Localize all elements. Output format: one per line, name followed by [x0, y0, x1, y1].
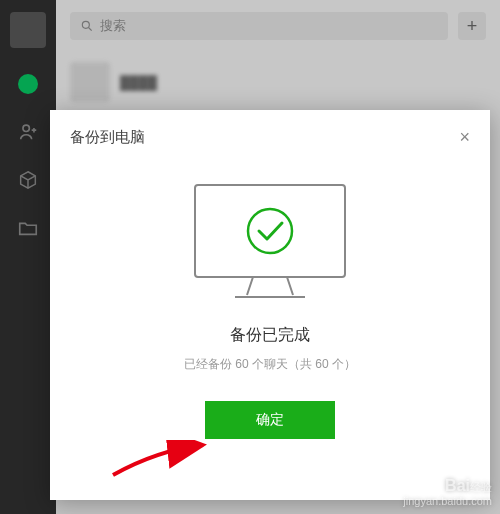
confirm-button[interactable]: 确定: [205, 401, 335, 439]
svg-rect-3: [195, 185, 345, 277]
modal-body: 备份已完成 已经备份 60 个聊天（共 60 个） 确定: [50, 147, 490, 500]
svg-point-5: [248, 209, 292, 253]
confirm-label: 确定: [256, 411, 284, 429]
modal-header: 备份到电脑 ×: [50, 110, 490, 147]
modal-title: 备份到电脑: [70, 128, 145, 147]
close-icon[interactable]: ×: [459, 128, 470, 146]
done-subtitle: 已经备份 60 个聊天（共 60 个）: [184, 356, 356, 373]
monitor-icon: [185, 177, 355, 307]
backup-modal: 备份到电脑 × 备份已完成 已经备份 60 个聊天（共 60 个） 确定: [50, 110, 490, 500]
watermark: Bai经验 jingyan.baidu.com: [403, 476, 492, 508]
done-title: 备份已完成: [230, 325, 310, 346]
